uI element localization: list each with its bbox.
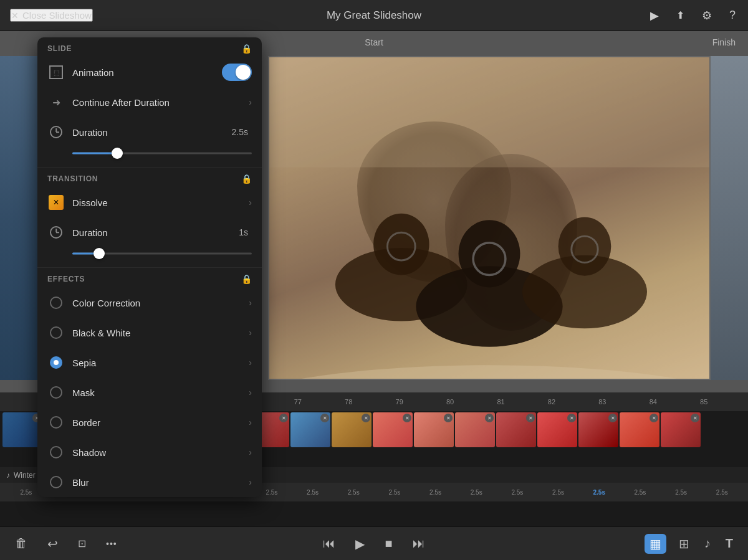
blur-label: Blur — [72, 477, 249, 488]
effects-section: EFFECTS 🔒 Color Correction › Black & Whi… — [37, 268, 262, 497]
dur-13: 2.5s — [539, 489, 578, 496]
chevron-icon-blur: › — [249, 477, 252, 487]
slider-thumb-1[interactable] — [112, 148, 123, 159]
svg-point-5 — [459, 220, 520, 287]
dissolve-label: Dissolve — [72, 197, 249, 208]
mask-row[interactable]: Mask › — [37, 377, 262, 407]
clock-icon-1 — [50, 126, 62, 138]
chevron-icon-shadow: › — [249, 447, 252, 457]
film-thumb-9[interactable]: ✕ — [332, 412, 372, 447]
music-library-button[interactable]: ♪ — [702, 534, 713, 553]
filmstrip-view-button[interactable]: ▦ — [645, 534, 666, 554]
bottom-center-tools: ⏮ ▶ ■ ⏭ — [320, 534, 427, 554]
border-row[interactable]: Border › — [37, 407, 262, 437]
chevron-icon-bw: › — [249, 328, 252, 338]
more-button[interactable]: ••• — [103, 536, 120, 551]
dur-9: 2.5s — [375, 489, 415, 496]
slide-duration-label: Duration — [72, 127, 232, 138]
film-thumb-8[interactable]: ✕ — [290, 412, 330, 447]
svg-point-4 — [373, 214, 429, 275]
svg-rect-11 — [269, 57, 709, 167]
ruler-tick-82: 82 — [526, 398, 577, 406]
sepia-label: Sepia — [72, 358, 249, 368]
film-x-8: ✕ — [320, 414, 329, 422]
delete-button[interactable]: 🗑 — [12, 534, 30, 553]
continue-after-duration-row[interactable]: ➜ Continue After Duration › — [37, 87, 262, 117]
black-white-label: Black & White — [72, 328, 249, 338]
border-radio — [47, 414, 65, 431]
ruler-tick-85: 85 — [678, 398, 729, 406]
bottom-left-tools: 🗑 ↩ ⊡ ••• — [12, 534, 120, 554]
film-thumb-10[interactable]: ✕ — [373, 412, 413, 447]
stop-button[interactable]: ■ — [382, 534, 395, 553]
dur-16: 2.5s — [661, 489, 701, 496]
animation-icon: ⬚ — [47, 64, 65, 81]
skip-back-button[interactable]: ⏮ — [320, 534, 338, 553]
ruler-tick-78: 78 — [324, 398, 374, 406]
mask-label: Mask — [72, 387, 249, 398]
animation-toggle[interactable] — [222, 64, 252, 81]
svg-point-6 — [559, 217, 611, 276]
black-white-radio — [47, 324, 65, 341]
transition-duration-slider[interactable] — [72, 247, 252, 260]
shadow-row[interactable]: Shadow › — [37, 437, 262, 467]
skip-forward-button[interactable]: ⏭ — [410, 534, 428, 553]
blur-row[interactable]: Blur › — [37, 467, 262, 497]
close-slideshow-button[interactable]: ✕ Close Slideshow — [10, 9, 93, 22]
film-thumb-14[interactable]: ✕ — [537, 412, 577, 447]
finish-label: Finish — [712, 37, 736, 47]
film-x-10: ✕ — [403, 414, 411, 422]
film-thumb-15[interactable]: ✕ — [578, 412, 618, 447]
effects-section-title: EFFECTS — [47, 275, 85, 283]
color-correction-row[interactable]: Color Correction › — [37, 288, 262, 318]
radio-unchecked-1 — [50, 297, 62, 309]
continue-after-duration-label: Continue After Duration — [72, 97, 249, 108]
film-thumb-13[interactable]: ✕ — [496, 412, 536, 447]
play-preview-button[interactable]: ▶ — [648, 6, 661, 25]
film-x-15: ✕ — [608, 414, 617, 422]
text-button[interactable]: T — [723, 534, 736, 553]
transition-duration-slider-row — [37, 244, 262, 267]
top-bar: ✕ Close Slideshow My Great Slideshow ▶ ⬆… — [0, 0, 748, 31]
slide-section: SLIDE 🔒 ⬚ Animation ➜ Continue After Dur… — [37, 37, 262, 168]
chevron-icon-dissolve: › — [249, 197, 252, 207]
slide-duration-slider[interactable] — [72, 147, 252, 159]
help-button[interactable]: ? — [727, 6, 738, 24]
dur-10: 2.5s — [416, 489, 456, 496]
undo-button[interactable]: ↩ — [45, 534, 60, 554]
dissolve-row[interactable]: ✕ Dissolve › — [37, 187, 262, 217]
shadow-label: Shadow — [72, 447, 249, 458]
slide-duration-value: 2.5s — [232, 127, 248, 137]
clock-icon-2 — [50, 226, 62, 239]
radio-unchecked-blur — [50, 476, 62, 488]
film-x-17: ✕ — [691, 414, 699, 422]
ruler-tick-84: 84 — [628, 398, 678, 406]
dur-14-active: 2.5s — [579, 489, 619, 496]
dissolve-icon: ✕ — [49, 195, 64, 210]
film-x-9: ✕ — [362, 414, 370, 422]
film-thumb-16[interactable]: ✕ — [620, 412, 659, 447]
film-thumb-11[interactable]: ✕ — [414, 412, 454, 447]
share-button[interactable]: ⬆ — [674, 7, 687, 24]
dur-12: 2.5s — [497, 489, 537, 496]
sepia-row[interactable]: Sepia › — [37, 348, 262, 377]
radio-unchecked-shadow — [50, 446, 62, 458]
transition-duration-value: 1s — [239, 227, 248, 237]
transition-lock-icon: 🔒 — [241, 174, 252, 184]
film-thumb-12[interactable]: ✕ — [455, 412, 495, 447]
play-button[interactable]: ▶ — [353, 534, 367, 554]
slideshow-title: My Great Slideshow — [327, 9, 421, 22]
animation-box-icon: ⬚ — [49, 65, 63, 79]
chevron-icon-cc: › — [249, 298, 252, 308]
side-photo-right — [711, 56, 748, 380]
slider-thumb-2[interactable] — [94, 248, 105, 259]
animation-row[interactable]: ⬚ Animation — [37, 57, 262, 87]
effects-section-header: EFFECTS 🔒 — [37, 268, 262, 288]
transition-clock-icon — [47, 224, 65, 241]
black-white-row[interactable]: Black & White › — [37, 318, 262, 348]
photo-library-button[interactable]: ⊞ — [676, 534, 692, 554]
film-thumb-1[interactable]: ✕ — [2, 412, 42, 447]
film-thumb-17[interactable]: ✕ — [661, 412, 701, 447]
settings-button[interactable]: ⚙ — [699, 6, 714, 25]
crop-button[interactable]: ⊡ — [75, 535, 89, 552]
